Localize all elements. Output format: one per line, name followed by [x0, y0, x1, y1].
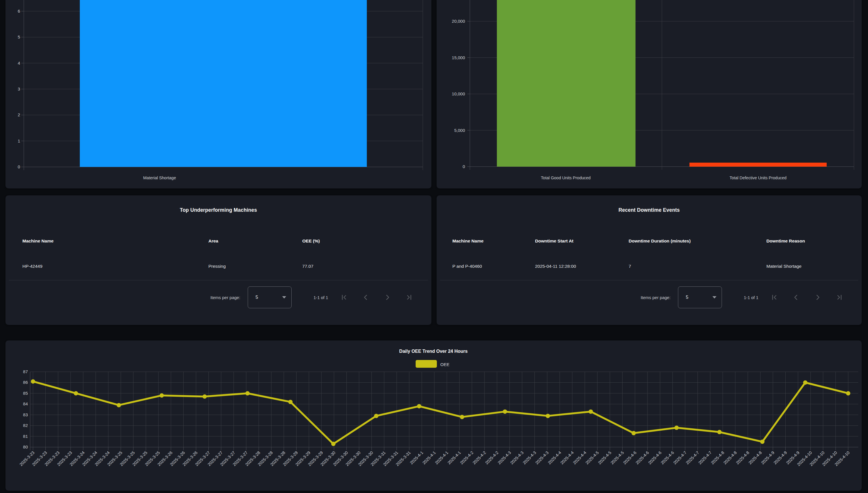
first-page-icon	[770, 294, 778, 301]
legend-swatch[interactable]	[416, 360, 437, 368]
svg-text:2025-4-6: 2025-4-6	[660, 450, 675, 465]
svg-text:2025-4-5: 2025-4-5	[610, 450, 624, 465]
oee-point-2025-4-6[interactable]	[632, 431, 636, 435]
oee-point-2025-3-23[interactable]	[31, 379, 35, 384]
svg-text:2025-4-7: 2025-4-7	[672, 450, 687, 465]
svg-text:6: 6	[18, 8, 20, 14]
svg-text:2025-4-9: 2025-4-9	[760, 450, 775, 465]
first-page-button[interactable]	[770, 294, 778, 301]
next-page-button[interactable]	[814, 294, 822, 301]
svg-text:2025-4-2: 2025-4-2	[484, 450, 499, 465]
svg-text:2025-4-3: 2025-4-3	[497, 450, 512, 465]
table-divider	[440, 280, 858, 280]
oee-point-2025-3-27[interactable]	[202, 394, 207, 399]
select-caret-icon	[712, 296, 716, 299]
cell-oee: 77.07	[302, 264, 314, 269]
cell-downtime-duration: 7	[629, 264, 631, 269]
oee-point-2025-4-4[interactable]	[546, 414, 550, 418]
oee-point-2025-4-5[interactable]	[589, 409, 593, 414]
svg-text:86: 86	[23, 380, 28, 385]
paginator-nav	[770, 294, 843, 301]
oee-point-2025-3-25[interactable]	[117, 403, 121, 407]
svg-text:4: 4	[18, 61, 20, 65]
chevron-right-icon	[384, 294, 391, 301]
oee-point-2025-3-29[interactable]	[288, 400, 293, 404]
svg-text:2025-4-7: 2025-4-7	[698, 450, 712, 465]
svg-text:2025-4-4: 2025-4-4	[547, 450, 562, 465]
material-shortage-bar[interactable]	[80, 0, 367, 167]
svg-text:81: 81	[23, 434, 28, 439]
downtime-card-title: Recent Downtime Events	[437, 207, 862, 213]
svg-text:84: 84	[23, 401, 28, 406]
chevron-right-icon	[814, 294, 822, 301]
svg-text:3: 3	[18, 86, 20, 91]
oee-point-2025-4-3[interactable]	[503, 409, 507, 414]
svg-text:2025-4-2: 2025-4-2	[472, 450, 487, 465]
oee-point-2025-4-9[interactable]	[760, 440, 764, 444]
svg-text:0: 0	[463, 164, 465, 169]
last-page-button[interactable]	[836, 294, 843, 301]
svg-text:87: 87	[23, 369, 28, 374]
underperforming-paginator: Items per page: 5 1-1 of 1	[210, 286, 413, 308]
column-header-machine-name: Machine Name	[22, 238, 54, 244]
svg-text:2025-4-1: 2025-4-1	[434, 450, 449, 465]
oee-point-2025-3-28[interactable]	[246, 391, 250, 395]
svg-text:2025-4-7: 2025-4-7	[685, 450, 700, 465]
column-header-downtime-duration: Downtime Duration (minutes)	[629, 238, 691, 244]
svg-text:2025-4-9: 2025-4-9	[773, 450, 787, 465]
cell-area: Pressing	[208, 264, 226, 269]
downtime-events-card: Recent Downtime Events Machine Name Down…	[437, 195, 862, 325]
oee-point-2025-4-1[interactable]	[417, 404, 421, 408]
previous-page-button[interactable]	[362, 294, 369, 301]
first-page-button[interactable]	[340, 294, 348, 301]
units-produced-chart-svg: 05,00010,00015,00020,000Total Good Units…	[437, 0, 862, 189]
svg-text:2025-4-6: 2025-4-6	[635, 450, 650, 465]
oee-point-2025-3-30[interactable]	[331, 442, 336, 446]
svg-text:2025-4-2: 2025-4-2	[459, 450, 474, 465]
previous-page-button[interactable]	[792, 294, 800, 301]
svg-text:2025-4-5: 2025-4-5	[585, 450, 600, 465]
column-header-oee: OEE (%)	[302, 238, 320, 244]
svg-text:83: 83	[23, 412, 28, 417]
items-per-page-value: 5	[255, 295, 258, 300]
column-header-downtime-reason: Downtime Reason	[767, 238, 805, 244]
items-per-page-value: 5	[686, 295, 688, 300]
svg-text:2025-4-3: 2025-4-3	[509, 450, 524, 465]
svg-text:2025-4-8: 2025-4-8	[735, 450, 750, 465]
svg-text:Total Good Units Produced: Total Good Units Produced	[541, 175, 590, 180]
column-header-machine-name: Machine Name	[452, 238, 484, 244]
last-page-icon	[836, 294, 843, 301]
last-page-icon	[406, 294, 413, 301]
svg-text:15,000: 15,000	[452, 55, 465, 60]
table-divider	[9, 280, 428, 280]
items-per-page-label: Items per page:	[210, 295, 240, 300]
downtime-by-reason-chart-card: 0123456Material Shortage	[5, 0, 431, 189]
svg-text:Total Defective Units Produced: Total Defective Units Produced	[730, 175, 786, 180]
svg-text:2: 2	[18, 112, 20, 117]
underperforming-card-title: Top Underperforming Machines	[5, 207, 431, 213]
oee-point-2025-4-8[interactable]	[717, 430, 722, 434]
items-per-page-select[interactable]: 5	[678, 286, 722, 308]
svg-text:2025-4-1: 2025-4-1	[409, 450, 424, 465]
first-page-icon	[340, 294, 348, 301]
units-produced-chart: 05,00010,00015,00020,000Total Good Units…	[437, 0, 862, 189]
defective-units-bar[interactable]	[689, 163, 827, 167]
cell-downtime-start: 2025-04-11 12:28:00	[535, 264, 576, 269]
oee-point-2025-4-10[interactable]	[803, 380, 807, 385]
svg-text:2025-4-1: 2025-4-1	[422, 450, 437, 465]
next-page-button[interactable]	[384, 294, 391, 301]
select-caret-icon	[282, 296, 286, 299]
svg-text:0: 0	[18, 164, 20, 169]
oee-point-2025-4-11[interactable]	[846, 391, 850, 395]
oee-point-2025-4-2[interactable]	[460, 415, 464, 419]
oee-point-2025-4-7[interactable]	[675, 426, 679, 430]
svg-text:20,000: 20,000	[452, 19, 465, 24]
last-page-button[interactable]	[406, 294, 413, 301]
oee-point-2025-3-26[interactable]	[160, 393, 164, 398]
items-per-page-select[interactable]: 5	[248, 286, 292, 308]
paginator-range-label: 1-1 of 1	[314, 295, 328, 300]
good-units-bar[interactable]	[497, 0, 636, 167]
svg-text:2025-4-4: 2025-4-4	[572, 450, 587, 465]
oee-point-2025-3-31[interactable]	[374, 414, 378, 418]
oee-point-2025-3-24[interactable]	[74, 391, 78, 395]
